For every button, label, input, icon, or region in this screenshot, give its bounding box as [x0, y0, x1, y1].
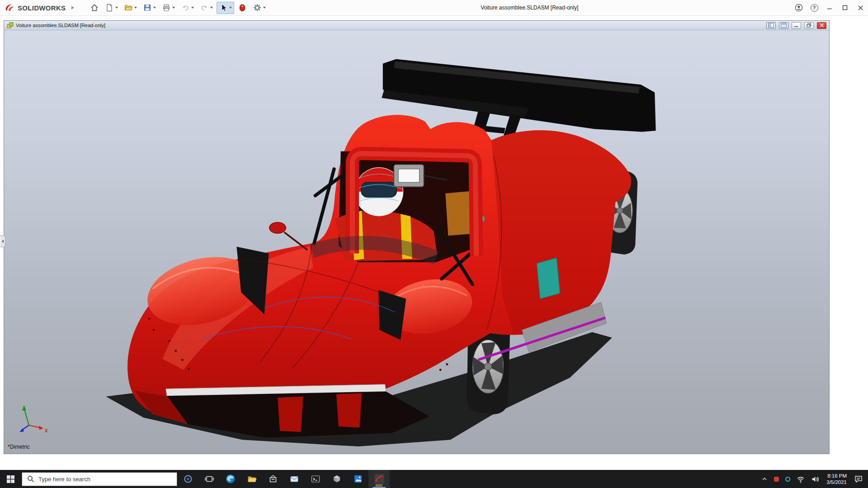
undo-button[interactable]	[179, 2, 196, 14]
speaker-icon	[811, 475, 819, 483]
photos-button[interactable]	[347, 470, 368, 488]
dropdown-caret-icon	[191, 7, 194, 9]
solidworks-taskbar-button[interactable]: 2021	[368, 470, 390, 488]
home-icon	[90, 3, 99, 12]
dropdown-caret-icon	[210, 7, 213, 9]
window-controls: ?	[791, 0, 868, 16]
system-tray: 8:16 PM 3/5/2021	[758, 470, 868, 488]
maximize-button[interactable]	[837, 0, 853, 16]
tray-app-button[interactable]	[782, 470, 793, 488]
terminal-button[interactable]	[305, 470, 326, 488]
solidworks-app: SOLIDWORKS	[0, 0, 868, 488]
windows-logo-icon	[7, 475, 14, 483]
file-explorer-button[interactable]	[241, 470, 262, 488]
action-center-button[interactable]	[851, 470, 866, 488]
graphics-viewport[interactable]: X *Dimetric	[4, 30, 829, 454]
save-button[interactable]	[141, 2, 158, 14]
store-button[interactable]	[262, 470, 283, 488]
split-vertical-icon	[768, 23, 774, 28]
view-orientation-label: *Dimetric	[8, 444, 30, 450]
edge-browser-button[interactable]	[220, 470, 241, 488]
clock-time: 8:16 PM	[826, 473, 847, 479]
redo-button[interactable]	[198, 2, 215, 14]
dropdown-caret-icon	[153, 7, 156, 9]
doc-pane-split-vertical-button[interactable]	[766, 22, 776, 29]
help-button[interactable]: ?	[807, 0, 822, 16]
mail-button[interactable]	[283, 470, 305, 488]
account-button[interactable]	[791, 0, 807, 16]
orientation-triad[interactable]: X	[14, 399, 50, 435]
save-icon	[143, 3, 152, 12]
edge-icon	[226, 474, 236, 484]
print-button[interactable]	[160, 2, 177, 14]
solidworks-app-icon	[374, 474, 385, 484]
task-view-button[interactable]	[198, 470, 220, 488]
doc-pane-split-horizontal-button[interactable]	[779, 22, 788, 29]
brand-wordmark: SOLIDWORKS	[18, 4, 66, 12]
print-icon	[162, 3, 171, 12]
taskbar-search[interactable]	[22, 472, 177, 486]
app-titlebar: SOLIDWORKS	[0, 0, 868, 16]
car-3d-model[interactable]	[4, 30, 829, 454]
network-button[interactable]	[793, 470, 808, 488]
document-window-controls	[766, 22, 826, 29]
tray-app-icon	[785, 477, 790, 482]
solidworks-year-badge: 2021	[375, 484, 382, 487]
document-title: Voiture assomblee.SLDASM [Read-only]	[16, 23, 105, 28]
new-document-icon	[105, 3, 114, 12]
solidworks-logo: SOLIDWORKS	[0, 4, 77, 12]
mail-envelope-icon	[289, 474, 299, 484]
dropdown-caret-icon	[172, 7, 175, 9]
chevron-up-icon	[761, 476, 768, 482]
document-titlebar[interactable]: Voiture assomblee.SLDASM [Read-only]	[4, 21, 829, 30]
photos-icon	[353, 474, 363, 484]
volume-button[interactable]	[808, 470, 822, 488]
start-button[interactable]	[0, 470, 21, 488]
select-cursor-icon	[219, 3, 228, 12]
redo-icon	[200, 3, 209, 12]
doc-minimize-button[interactable]	[792, 22, 801, 29]
open-button[interactable]	[122, 2, 139, 14]
help-icon: ?	[811, 4, 818, 12]
select-tool-button[interactable]	[217, 2, 234, 14]
featuremanager-collapsed-tab[interactable]	[0, 235, 5, 247]
gear-icon	[253, 3, 262, 12]
new-document-button[interactable]	[103, 2, 120, 14]
mouse-gestures-button[interactable]	[236, 2, 249, 14]
windows-taskbar: 2021	[0, 470, 868, 488]
security-status-button[interactable]	[771, 470, 782, 488]
minimize-button[interactable]	[822, 0, 837, 16]
collapse-arrow-icon	[2, 239, 4, 243]
quick-access-toolbar	[88, 2, 268, 14]
dropdown-caret-icon	[134, 7, 137, 9]
search-input[interactable]	[38, 476, 160, 483]
3d-viewer-button[interactable]	[326, 470, 347, 488]
document-window: Voiture assomblee.SLDASM [Read-only]	[4, 20, 830, 454]
minimize-icon	[794, 23, 799, 28]
tray-expand-button[interactable]	[758, 470, 771, 488]
terminal-icon	[311, 474, 321, 484]
close-button[interactable]	[853, 0, 868, 16]
doc-restore-button[interactable]	[804, 22, 814, 29]
options-button[interactable]	[250, 2, 268, 14]
cortana-button[interactable]	[177, 470, 198, 488]
home-button[interactable]	[88, 2, 101, 14]
close-icon	[858, 5, 863, 11]
security-alert-icon	[774, 477, 779, 482]
doc-close-button[interactable]	[817, 22, 826, 29]
triad-x-label: X	[45, 428, 48, 433]
assembly-document-icon	[7, 22, 14, 29]
dropdown-caret-icon	[115, 7, 118, 9]
close-icon	[820, 23, 824, 28]
open-folder-icon	[124, 3, 133, 12]
undo-icon	[181, 3, 190, 12]
app-title: Voiture assomblee.SLDASM [Read-only]	[481, 5, 578, 11]
dropdown-caret-icon	[263, 7, 266, 9]
action-center-icon	[854, 475, 863, 483]
task-view-icon	[205, 474, 214, 483]
toolbar-expand-icon[interactable]	[71, 6, 74, 9]
account-icon	[794, 3, 803, 12]
split-horizontal-icon	[781, 23, 787, 28]
maximize-icon	[842, 5, 848, 10]
taskbar-clock[interactable]: 8:16 PM 3/5/2021	[822, 473, 851, 485]
